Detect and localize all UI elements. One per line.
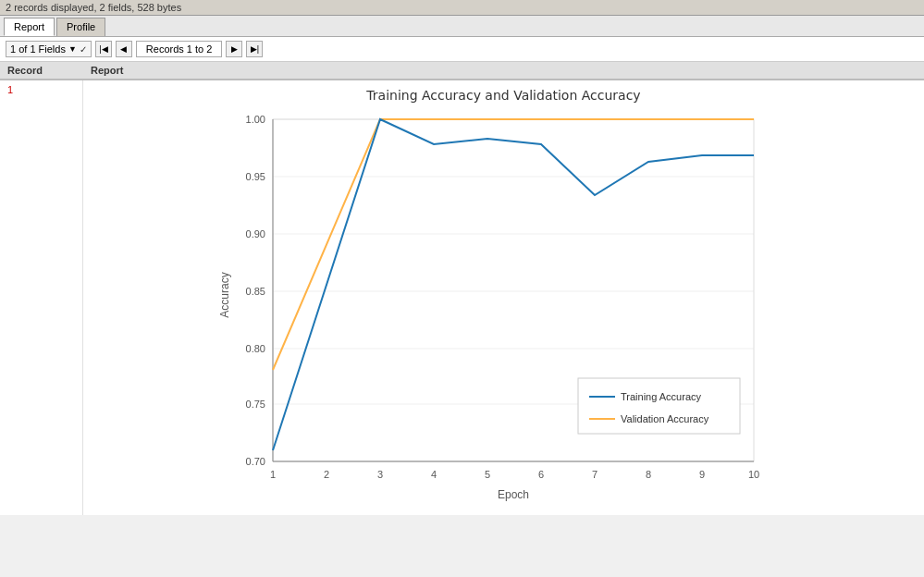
- data-area: 1 Training Accuracy and Validation Accur…: [0, 80, 924, 515]
- col-record-header: Record: [0, 65, 83, 76]
- chart-title: Training Accuracy and Validation Accurac…: [217, 88, 791, 103]
- svg-text:0.90: 0.90: [245, 228, 265, 239]
- records-label: Records 1 to 2: [136, 41, 223, 57]
- svg-text:5: 5: [484, 469, 489, 480]
- chart-container: Training Accuracy and Validation Accurac…: [217, 88, 791, 508]
- svg-rect-27: [578, 378, 740, 434]
- tab-profile[interactable]: Profile: [56, 18, 105, 36]
- report-content: Training Accuracy and Validation Accurac…: [83, 80, 924, 515]
- title-bar: 2 records displayed, 2 fields, 528 bytes: [0, 0, 924, 16]
- next-page-button[interactable]: ▶: [226, 41, 242, 57]
- svg-text:10: 10: [747, 469, 758, 480]
- svg-text:0.95: 0.95: [245, 171, 265, 182]
- tab-bar: Report Profile: [0, 16, 924, 37]
- svg-text:0.75: 0.75: [245, 399, 265, 410]
- svg-text:6: 6: [537, 469, 543, 480]
- last-page-button[interactable]: ▶|: [246, 41, 263, 57]
- record-number: 1: [0, 80, 83, 515]
- svg-text:3: 3: [376, 469, 382, 480]
- tab-report[interactable]: Report: [4, 18, 55, 36]
- svg-text:0.80: 0.80: [245, 343, 265, 354]
- x-axis-label: Epoch: [497, 488, 528, 501]
- legend-training-label: Training Accuracy: [621, 391, 702, 402]
- column-header: Record Report: [0, 62, 924, 80]
- first-page-button[interactable]: |◀: [95, 41, 112, 57]
- svg-text:9: 9: [698, 469, 704, 480]
- dropdown-arrow-icon: ▼: [68, 44, 77, 54]
- toolbar: 1 of 1 Fields ▼ ✓ |◀ ◀ Records 1 to 2 ▶ …: [0, 37, 924, 62]
- svg-text:2: 2: [323, 469, 328, 480]
- prev-page-button[interactable]: ◀: [116, 41, 132, 57]
- checkmark-icon: ✓: [80, 44, 87, 55]
- accuracy-chart: 1.00 0.95 0.90 0.85 0.80 0.75 0.70 1 2 3…: [217, 110, 782, 508]
- svg-text:1: 1: [269, 469, 275, 480]
- svg-text:0.70: 0.70: [245, 456, 265, 467]
- fields-selector[interactable]: 1 of 1 Fields ▼ ✓: [6, 41, 92, 57]
- svg-text:0.85: 0.85: [245, 286, 265, 297]
- svg-text:8: 8: [645, 469, 650, 480]
- legend-validation-label: Validation Accuracy: [621, 413, 709, 424]
- title-text: 2 records displayed, 2 fields, 528 bytes: [6, 2, 181, 13]
- svg-text:1.00: 1.00: [245, 114, 265, 125]
- svg-text:4: 4: [430, 469, 436, 480]
- svg-text:7: 7: [591, 469, 597, 480]
- fields-label: 1 of 1 Fields: [10, 43, 66, 55]
- col-report-header: Report: [83, 65, 924, 76]
- y-axis-label: Accuracy: [218, 272, 231, 317]
